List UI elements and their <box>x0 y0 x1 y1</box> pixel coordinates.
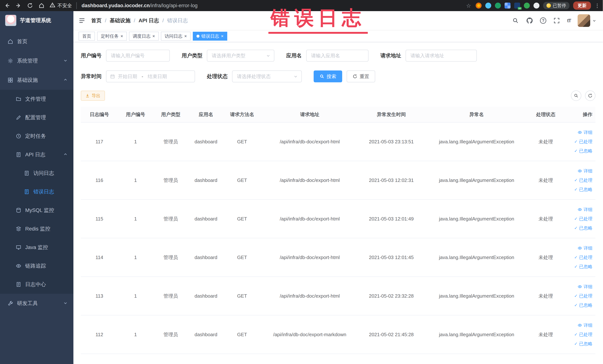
processed-link[interactable]: ✓已处理 <box>562 176 592 185</box>
search-icon[interactable] <box>512 17 519 24</box>
extension-icon-6[interactable] <box>524 3 530 9</box>
cell-method: GET <box>223 238 261 277</box>
security-chip[interactable]: 不安全 <box>50 2 77 9</box>
address-bar[interactable]: dashboard.yudao.iocoder.cn /infra/log/ap… <box>81 3 197 9</box>
processed-link[interactable]: ✓已处理 <box>562 137 592 146</box>
processed-link[interactable]: ✓已处理 <box>562 291 592 301</box>
bookmark-star-icon[interactable]: ☆ <box>465 2 472 9</box>
extension-icon-2[interactable] <box>485 3 491 9</box>
ignored-link[interactable]: ✓已忽略 <box>562 262 592 271</box>
cell-exception-time: 2021-05-02 23:32:28 <box>359 277 424 315</box>
detail-link[interactable]: 详细 <box>562 282 592 291</box>
update-button[interactable]: 更新 <box>573 1 591 10</box>
home-button-icon[interactable] <box>38 2 45 9</box>
request-url-label: 请求地址 <box>380 52 401 59</box>
hamburger-icon[interactable] <box>79 17 85 24</box>
detail-link[interactable]: 详细 <box>562 244 592 253</box>
chevron-down-icon <box>294 73 298 80</box>
breadcrumb-api-log[interactable]: API 日志 <box>139 17 164 24</box>
sidebar-item-scheduled-tasks[interactable]: 定时任务 <box>0 127 73 145</box>
tab-home[interactable]: 首页 <box>79 32 95 41</box>
processed-link[interactable]: ✓已处理 <box>562 330 592 339</box>
extension-icon-3[interactable] <box>495 3 501 9</box>
close-icon[interactable]: × <box>120 34 123 38</box>
help-icon[interactable]: ? <box>540 17 546 24</box>
tab-error-log[interactable]: 错误日志 × <box>193 32 227 41</box>
refresh-table-button[interactable] <box>585 91 595 101</box>
sidebar-item-dev-tools[interactable]: 研发工具 <box>0 294 73 313</box>
sidebar-item-error-log[interactable]: 错误日志 <box>0 182 73 201</box>
extension-icon-7[interactable] <box>533 3 539 9</box>
sidebar-item-redis-monitor[interactable]: Redis 监控 <box>0 220 73 238</box>
close-icon[interactable]: × <box>221 34 223 38</box>
user-menu[interactable] <box>578 14 596 27</box>
ignored-link[interactable]: ✓已忽略 <box>562 339 592 348</box>
process-status-select[interactable]: 请选择处理状态 <box>232 70 302 82</box>
sidebar-item-label: 配置管理 <box>25 114 46 121</box>
paused-button[interactable]: 已暂停 <box>543 2 569 9</box>
app-logo[interactable]: 芋道管理系统 <box>0 11 73 30</box>
tab-scheduled-tasks[interactable]: 定时任务 × <box>97 32 127 41</box>
detail-link[interactable]: 详细 <box>562 166 592 176</box>
tab-access-log[interactable]: 访问日志 × <box>161 32 191 41</box>
ignored-link[interactable]: ✓已忽略 <box>562 223 592 233</box>
app-name-input[interactable] <box>306 50 369 61</box>
forward-icon[interactable] <box>15 2 22 9</box>
cell-exception-time: 2021-05-03 12:01:45 <box>359 238 424 277</box>
breadcrumb-infrastructure[interactable]: 基础设施 <box>110 17 135 24</box>
user-id-input[interactable] <box>106 50 170 61</box>
extension-icon-4[interactable] <box>505 3 510 9</box>
table-row: 113 1 管理员 dashboard GET /api/infra/db-do… <box>81 277 595 315</box>
breadcrumb: 首页 基础设施 API 日志 错误日志 <box>91 17 188 24</box>
ignored-link[interactable]: ✓已忽略 <box>562 301 592 310</box>
sidebar-item-link-tracing[interactable]: 链路追踪 <box>0 257 73 275</box>
detail-link[interactable]: 详细 <box>562 321 592 330</box>
back-icon[interactable] <box>4 2 10 9</box>
extension-icon-1[interactable] <box>476 3 482 9</box>
dev-tools-icon <box>7 300 13 306</box>
reload-icon[interactable] <box>27 2 33 9</box>
actions-cell: 详细 ✓已处理 ✓已忽略 <box>562 277 595 315</box>
processed-link[interactable]: ✓已处理 <box>562 253 592 262</box>
close-icon[interactable]: × <box>184 34 187 38</box>
sidebar-item-infrastructure[interactable]: 基础设施 <box>0 70 73 90</box>
filter-process-status: 处理状态 请选择处理状态 <box>207 70 302 82</box>
cell-user-id: 1 <box>118 315 153 354</box>
close-icon[interactable]: × <box>152 34 155 38</box>
toggle-search-button[interactable] <box>571 91 581 101</box>
sidebar-item-java-monitor[interactable]: Java 监控 <box>0 238 73 257</box>
font-size-icon[interactable]: tT <box>567 18 571 23</box>
date-range-picker[interactable]: 开始日期 - 结束日期 <box>106 70 195 82</box>
browser-menu-icon[interactable]: ⋮ <box>595 3 599 9</box>
sidebar-item-config-management[interactable]: 配置管理 <box>0 108 73 127</box>
sidebar-item-mysql-monitor[interactable]: MySQL 监控 <box>0 201 73 220</box>
fullscreen-icon[interactable] <box>553 17 560 24</box>
user-type-select[interactable]: 请选择用户类型 <box>207 50 274 61</box>
sidebar-item-api-log[interactable]: API 日志 <box>0 145 73 164</box>
breadcrumb-home[interactable]: 首页 <box>91 17 106 24</box>
processed-link[interactable]: ✓已处理 <box>562 214 592 223</box>
sidebar-item-label: 系统管理 <box>17 57 38 64</box>
sidebar-item-access-log[interactable]: 访问日志 <box>0 164 73 182</box>
cell-exception-name: java.lang.IllegalArgumentException <box>424 200 529 238</box>
sidebar-item-home[interactable]: 首页 <box>0 32 73 51</box>
col-method: 请求方法名 <box>223 107 261 122</box>
sidebar-item-system-management[interactable]: 系统管理 <box>0 51 73 70</box>
reset-button[interactable]: 重置 <box>347 70 375 82</box>
tab-schedule-log[interactable]: 调度日志 × <box>129 32 159 41</box>
detail-link[interactable]: 详细 <box>562 128 592 137</box>
export-button[interactable]: 导出 <box>81 91 105 101</box>
detail-link[interactable]: 详细 <box>562 205 592 214</box>
search-button[interactable]: 搜索 <box>314 70 342 82</box>
sidebar-item-log-center[interactable]: 日志中心 <box>0 275 73 294</box>
request-url-input[interactable] <box>406 50 477 61</box>
ignored-link[interactable]: ✓已忽略 <box>562 185 592 194</box>
ignored-label: 已忽略 <box>579 146 592 156</box>
error-log-icon <box>24 189 30 195</box>
sidebar-item-file-management[interactable]: 文件管理 <box>0 90 73 108</box>
extension-icon-5[interactable]: on <box>514 3 520 9</box>
cell-user-id: 1 <box>118 122 153 161</box>
github-icon[interactable] <box>526 17 533 24</box>
filter-exception-time: 异常时间 开始日期 - 结束日期 <box>81 70 195 82</box>
ignored-link[interactable]: ✓已忽略 <box>562 146 592 156</box>
